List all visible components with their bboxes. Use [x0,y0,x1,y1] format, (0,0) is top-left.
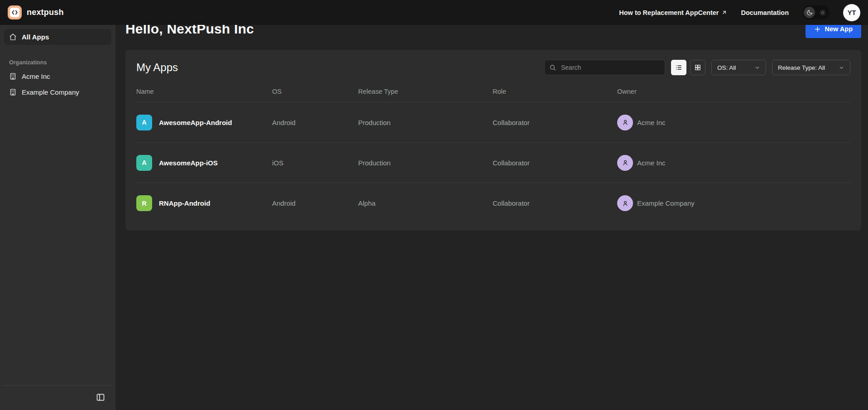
brand[interactable]: nextpush [8,5,64,19]
plus-icon [814,26,821,33]
app-release-type: Production [358,159,493,167]
chevron-down-icon [754,65,760,71]
list-view-button[interactable] [671,60,686,75]
app-release-type: Production [358,119,493,126]
sidebar-item-label: Example Company [22,88,79,96]
app-name[interactable]: RNApp-Android [159,199,210,207]
howto-appcenter-label: How to Replacement AppCenter [619,9,719,16]
column-header-release-type: Release Type [358,88,493,95]
table-row[interactable]: A AwesomeApp-iOS iOS Production Collabor… [136,143,850,183]
topbar: nextpush How to Replacement AppCenter Do… [0,0,868,25]
app-icon: A [136,115,152,130]
documentation-link[interactable]: Documantation [741,9,789,16]
card-title: My Apps [136,61,178,74]
grid-view-button[interactable] [690,60,705,75]
person-icon [622,159,629,166]
dark-mode-moon-icon[interactable] [804,7,815,18]
column-header-role: Role [493,88,617,95]
apps-table: Name OS Release Type Role Owner A Awesom… [136,83,850,223]
main-content: Hello, NextPush Inc New App My Apps [115,0,868,231]
app-release-type: Alpha [358,199,493,207]
sidebar-footer [3,385,112,410]
os-filter-select[interactable]: OS: All [711,60,766,75]
release-type-filter-select[interactable]: Release Type: All [772,60,850,75]
sidebar-item-label: All Apps [22,33,49,41]
chevron-down-icon [839,65,844,71]
sidebar: All Apps Organizations Acme Inc Example … [0,25,115,410]
sidebar-item-acme-inc[interactable]: Acme Inc [4,68,111,84]
table-row[interactable]: R RNApp-Android Android Alpha Collaborat… [136,183,850,223]
search-icon [549,64,556,71]
collapse-sidebar-button[interactable] [95,392,106,403]
release-type-filter-value: Release Type: All [778,64,825,71]
owner-avatar [617,155,633,171]
column-header-os: OS [272,88,358,95]
organizations-section-label: Organizations [4,55,111,68]
theme-toggle[interactable] [802,5,830,19]
light-mode-sun-icon[interactable] [817,7,828,18]
view-toggle [671,60,705,75]
sidebar-item-label: Acme Inc [22,72,50,80]
search-input[interactable] [544,60,665,75]
owner-avatar [617,115,633,130]
owner-avatar [617,195,633,211]
nextpush-logo-icon [8,5,22,19]
new-app-label: New App [825,25,853,33]
table-row[interactable]: A AwesomeApp-Android Android Production … [136,102,850,143]
app-role: Collaborator [493,159,617,167]
person-icon [622,119,629,126]
home-icon [9,33,17,41]
app-icon: A [136,155,152,171]
column-header-name: Name [136,88,272,95]
owner-name: Example Company [637,199,695,207]
table-header-row: Name OS Release Type Role Owner [136,83,850,102]
user-avatar[interactable]: YT [843,4,860,21]
list-icon [675,64,682,71]
brand-name: nextpush [27,8,64,17]
app-os: Android [272,119,358,126]
owner-name: Acme Inc [637,119,666,126]
building-icon [9,72,17,80]
app-icon: R [136,195,152,211]
table-body: A AwesomeApp-Android Android Production … [136,102,850,223]
app-name[interactable]: AwesomeApp-Android [159,119,232,126]
app-role: Collaborator [493,119,617,126]
building-icon [9,88,17,96]
howto-appcenter-link[interactable]: How to Replacement AppCenter [619,9,727,16]
app-os: Android [272,199,358,207]
column-header-owner: Owner [617,88,850,95]
sidebar-item-example-company[interactable]: Example Company [4,84,111,100]
my-apps-card: My Apps [125,50,861,231]
os-filter-value: OS: All [717,64,736,71]
app-role: Collaborator [493,199,617,207]
app-name[interactable]: AwesomeApp-iOS [159,159,218,167]
grid-icon [694,64,701,71]
app-os: iOS [272,159,358,167]
arrow-up-right-icon [721,10,727,15]
panel-left-icon [96,393,105,402]
sidebar-item-all-apps[interactable]: All Apps [4,29,111,45]
owner-name: Acme Inc [637,159,666,167]
search-box [544,60,665,75]
person-icon [622,200,629,207]
